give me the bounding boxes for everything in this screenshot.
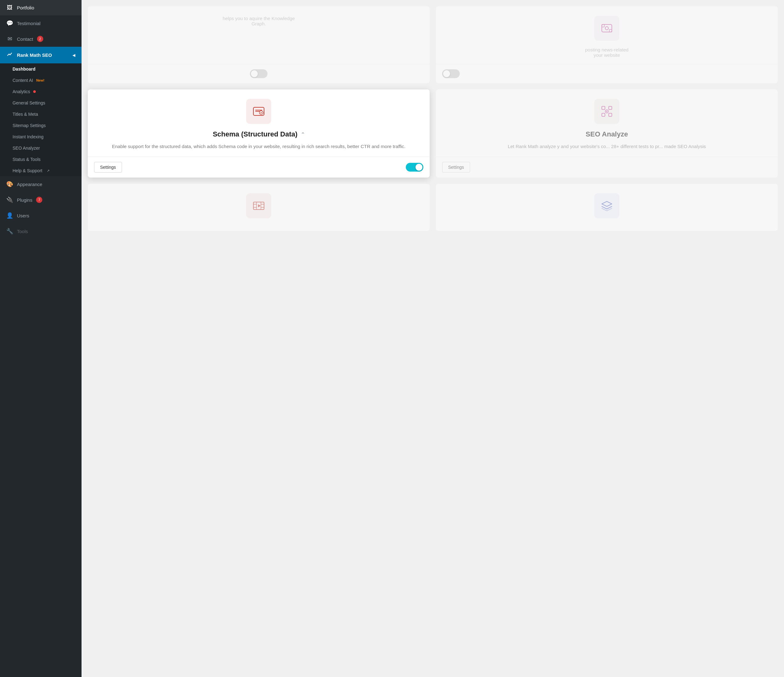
- submenu-item-sitemap[interactable]: Sitemap Settings: [0, 120, 81, 131]
- testimonial-icon: 💬: [6, 20, 13, 26]
- submenu-item-instant-indexing[interactable]: Instant Indexing: [0, 131, 81, 142]
- sidebar-item-testimonial[interactable]: 💬 Testimonial: [0, 16, 81, 31]
- submenu-item-status-tools[interactable]: Status & Tools: [0, 154, 81, 165]
- schema-icon-wrap: [246, 99, 271, 124]
- seo-analyzer-description: Let Rank Math analyze y and your website…: [445, 143, 768, 150]
- sidebar-item-portfolio[interactable]: 🖼 Portfolio: [0, 0, 81, 16]
- submenu-item-analytics[interactable]: Analytics: [0, 86, 81, 97]
- plugins-badge: 7: [36, 197, 42, 203]
- card-seo-analyzer-body: SEO Analyze Let Rank Math analyze y and …: [436, 89, 778, 157]
- submenu-item-content-ai[interactable]: Content AI New!: [0, 75, 81, 86]
- card-knowledge-graph-desc: helps you to aquire the Knowledge Graph.: [97, 16, 420, 26]
- sidebar-label-rank-math: Rank Math SEO: [17, 52, 52, 58]
- card-news-desc: posting news-related your website: [445, 47, 768, 58]
- content-ai-new-badge: New!: [36, 78, 44, 82]
- svg-rect-0: [602, 25, 612, 32]
- external-link-icon: ↗: [47, 169, 50, 173]
- schema-toggle-knob: [415, 164, 422, 171]
- card-knowledge-graph: helps you to aquire the Knowledge Graph.: [88, 6, 429, 83]
- card-bottom-right: [436, 184, 778, 231]
- submenu-item-help-support[interactable]: Help & Support ↗: [0, 165, 81, 176]
- news-toggle[interactable]: [442, 69, 460, 78]
- cards-grid: helps you to aquire the Knowledge Graph.: [81, 0, 784, 237]
- submenu-label-seo-analyzer: SEO Analyzer: [12, 146, 40, 151]
- contact-badge: 2: [37, 36, 43, 42]
- schema-icon: [252, 104, 266, 118]
- svg-point-5: [259, 111, 263, 115]
- bottom-right-icon-wrap: [594, 193, 619, 218]
- rank-math-arrow: ◀: [72, 53, 75, 58]
- card-news-footer: [436, 64, 778, 83]
- sidebar-item-rank-math[interactable]: Rank Math SEO ◀: [0, 47, 81, 63]
- rank-math-icon: [6, 51, 13, 59]
- portfolio-icon: 🖼: [6, 5, 13, 11]
- card-bottom-right-body: [436, 184, 778, 231]
- sidebar-item-contact[interactable]: ✉ Contact 2: [0, 31, 81, 47]
- sidebar-label-contact: Contact: [17, 36, 33, 42]
- card-schema-footer: Settings: [88, 157, 429, 177]
- submenu-label-dashboard: Dashboard: [12, 67, 36, 72]
- video-icon: [252, 199, 266, 213]
- bottom-left-icon-wrap: [246, 193, 271, 218]
- svg-rect-12: [254, 202, 264, 210]
- submenu-label-general-settings: General Settings: [12, 100, 45, 106]
- submenu-label-analytics: Analytics: [12, 89, 30, 94]
- submenu-item-general-settings[interactable]: General Settings: [0, 97, 81, 109]
- card-schema: Schema (Structured Data) ⌃ Enable suppor…: [88, 89, 429, 177]
- news-icon-wrap: [594, 16, 619, 41]
- users-icon: 👤: [6, 212, 13, 219]
- seo-analyzer-card-icon: [600, 21, 614, 35]
- news-toggle-knob: [443, 70, 450, 77]
- card-news-body: posting news-related your website: [436, 6, 778, 64]
- svg-rect-6: [602, 106, 605, 109]
- card-bottom-left-body: [88, 184, 429, 231]
- seo-analyzer-card-title: SEO Analyze: [445, 130, 768, 139]
- svg-rect-8: [602, 113, 605, 117]
- submenu-item-seo-analyzer[interactable]: SEO Analyzer: [0, 142, 81, 154]
- card-bottom-left: [88, 184, 429, 231]
- analytics-dot: [33, 90, 36, 93]
- card-knowledge-graph-body: helps you to aquire the Knowledge Graph.: [88, 6, 429, 64]
- schema-toggle[interactable]: [406, 163, 423, 171]
- schema-settings-button[interactable]: Settings: [94, 162, 122, 173]
- svg-point-11: [606, 111, 607, 112]
- seo-analyzer-icon-wrap: [594, 99, 619, 124]
- card-seo-analyzer-footer: Settings: [436, 157, 778, 177]
- svg-point-10: [605, 110, 608, 113]
- sidebar-item-appearance[interactable]: 🎨 Appearance: [0, 176, 81, 192]
- submenu-item-dashboard[interactable]: Dashboard: [0, 63, 81, 75]
- svg-rect-7: [609, 113, 612, 117]
- sidebar-item-tools: 🔧 Tools: [0, 223, 81, 239]
- sidebar-item-users[interactable]: 👤 Users: [0, 208, 81, 223]
- submenu-label-titles-meta: Titles & Meta: [12, 112, 38, 117]
- submenu: Dashboard Content AI New! Analytics Gene…: [0, 63, 81, 176]
- contact-icon: ✉: [6, 36, 13, 42]
- eye-scan-icon: [600, 104, 614, 118]
- submenu-label-sitemap: Sitemap Settings: [12, 123, 46, 128]
- card-seo-analyzer: SEO Analyze Let Rank Math analyze y and …: [436, 89, 778, 177]
- sidebar-label-appearance: Appearance: [17, 182, 42, 187]
- submenu-item-titles-meta[interactable]: Titles & Meta: [0, 109, 81, 120]
- schema-title-text: Schema (Structured Data): [213, 130, 297, 139]
- svg-marker-19: [258, 204, 261, 207]
- tools-icon: 🔧: [6, 228, 13, 235]
- knowledge-graph-toggle-knob: [251, 70, 258, 77]
- sidebar-label-portfolio: Portfolio: [17, 5, 34, 10]
- sidebar-label-plugins: Plugins: [17, 197, 32, 203]
- svg-rect-3: [609, 30, 612, 32]
- knowledge-graph-toggle[interactable]: [250, 69, 268, 78]
- card-knowledge-graph-footer: [88, 64, 429, 83]
- svg-rect-9: [609, 106, 612, 109]
- sidebar-item-plugins[interactable]: 🔌 Plugins 7: [0, 192, 81, 208]
- seo-analyzer-title-text: SEO Analyze: [586, 130, 628, 139]
- sidebar-label-tools: Tools: [17, 229, 28, 234]
- plugins-icon: 🔌: [6, 196, 13, 203]
- schema-card-title: Schema (Structured Data) ⌃: [97, 130, 420, 139]
- seo-analyzer-settings-button[interactable]: Settings: [442, 162, 470, 173]
- submenu-label-help-support: Help & Support: [12, 168, 42, 173]
- card-schema-body: Schema (Structured Data) ⌃ Enable suppor…: [88, 89, 429, 157]
- svg-point-1: [605, 26, 608, 30]
- submenu-label-instant-indexing: Instant Indexing: [12, 134, 44, 139]
- card-news: posting news-related your website: [436, 6, 778, 83]
- submenu-label-content-ai: Content AI: [12, 78, 33, 83]
